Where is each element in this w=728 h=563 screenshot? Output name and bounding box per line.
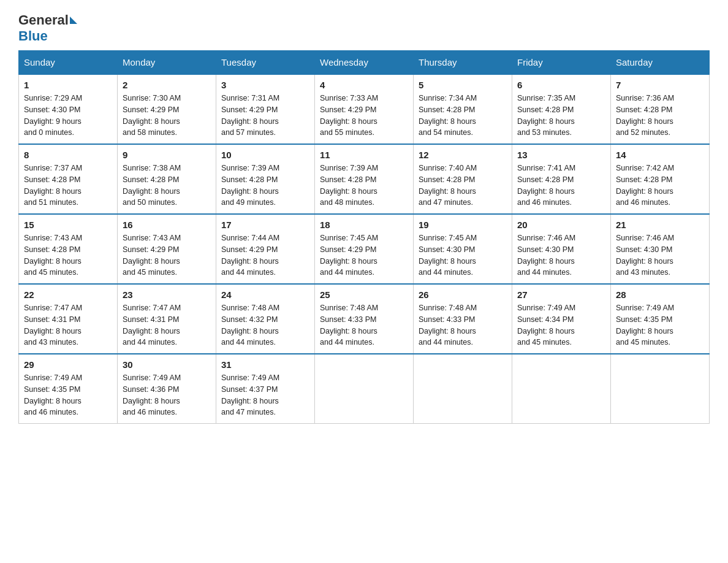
week-row-1: 1 Sunrise: 7:29 AMSunset: 4:30 PMDayligh…: [19, 74, 710, 144]
day-info: Sunrise: 7:45 AMSunset: 4:29 PMDaylight:…: [320, 234, 378, 277]
day-number: 23: [123, 289, 211, 300]
logo: General Blue: [18, 12, 78, 44]
header-day-monday: Monday: [118, 51, 216, 75]
day-number: 29: [24, 359, 112, 370]
calendar-cell: 15 Sunrise: 7:43 AMSunset: 4:28 PMDaylig…: [19, 214, 118, 284]
day-info: Sunrise: 7:43 AMSunset: 4:29 PMDaylight:…: [123, 234, 181, 277]
calendar-cell: 6 Sunrise: 7:35 AMSunset: 4:28 PMDayligh…: [512, 74, 611, 144]
calendar-cell: 5 Sunrise: 7:34 AMSunset: 4:28 PMDayligh…: [414, 74, 512, 144]
calendar-cell: 22 Sunrise: 7:47 AMSunset: 4:31 PMDaylig…: [19, 284, 118, 354]
day-number: 17: [221, 220, 309, 230]
day-number: 2: [123, 80, 211, 90]
day-info: Sunrise: 7:38 AMSunset: 4:28 PMDaylight:…: [123, 164, 181, 207]
day-number: 26: [419, 289, 507, 300]
day-number: 11: [320, 150, 408, 160]
day-info: Sunrise: 7:33 AMSunset: 4:29 PMDaylight:…: [320, 94, 378, 137]
day-number: 1: [24, 80, 112, 90]
day-info: Sunrise: 7:46 AMSunset: 4:30 PMDaylight:…: [517, 234, 575, 277]
day-number: 21: [616, 220, 704, 230]
calendar-cell: 21 Sunrise: 7:46 AMSunset: 4:30 PMDaylig…: [611, 214, 710, 284]
calendar-cell: 10 Sunrise: 7:39 AMSunset: 4:28 PMDaylig…: [216, 144, 315, 214]
day-info: Sunrise: 7:39 AMSunset: 4:28 PMDaylight:…: [221, 164, 279, 207]
day-number: 6: [517, 80, 605, 90]
calendar-cell: 1 Sunrise: 7:29 AMSunset: 4:30 PMDayligh…: [19, 74, 118, 144]
day-number: 5: [419, 80, 507, 90]
day-number: 12: [419, 150, 507, 160]
day-number: 24: [221, 289, 309, 300]
day-number: 4: [320, 80, 408, 90]
day-info: Sunrise: 7:37 AMSunset: 4:28 PMDaylight:…: [24, 164, 82, 207]
day-info: Sunrise: 7:49 AMSunset: 4:35 PMDaylight:…: [616, 304, 674, 347]
logo-blue-text: Blue: [18, 28, 48, 44]
day-info: Sunrise: 7:36 AMSunset: 4:28 PMDaylight:…: [616, 94, 674, 137]
header-day-saturday: Saturday: [611, 51, 710, 75]
calendar-cell: 24 Sunrise: 7:48 AMSunset: 4:32 PMDaylig…: [216, 284, 315, 354]
day-number: 28: [616, 289, 704, 300]
day-info: Sunrise: 7:35 AMSunset: 4:28 PMDaylight:…: [517, 94, 575, 137]
calendar-body: 1 Sunrise: 7:29 AMSunset: 4:30 PMDayligh…: [19, 74, 710, 424]
day-number: 14: [616, 150, 704, 160]
calendar-cell: [414, 354, 512, 424]
day-number: 27: [517, 289, 605, 300]
calendar-cell: 23 Sunrise: 7:47 AMSunset: 4:31 PMDaylig…: [118, 284, 216, 354]
calendar-cell: 12 Sunrise: 7:40 AMSunset: 4:28 PMDaylig…: [414, 144, 512, 214]
day-info: Sunrise: 7:48 AMSunset: 4:33 PMDaylight:…: [320, 304, 378, 347]
calendar-cell: 18 Sunrise: 7:45 AMSunset: 4:29 PMDaylig…: [315, 214, 414, 284]
header-day-wednesday: Wednesday: [315, 51, 414, 75]
header-day-tuesday: Tuesday: [216, 51, 315, 75]
day-info: Sunrise: 7:49 AMSunset: 4:35 PMDaylight:…: [24, 373, 82, 416]
calendar-table: SundayMondayTuesdayWednesdayThursdayFrid…: [18, 50, 710, 424]
day-number: 22: [24, 289, 112, 300]
day-number: 30: [123, 359, 211, 370]
day-info: Sunrise: 7:34 AMSunset: 4:28 PMDaylight:…: [419, 94, 477, 137]
week-row-5: 29 Sunrise: 7:49 AMSunset: 4:35 PMDaylig…: [19, 354, 710, 424]
day-info: Sunrise: 7:45 AMSunset: 4:30 PMDaylight:…: [419, 234, 477, 277]
calendar-cell: [512, 354, 611, 424]
day-number: 8: [24, 150, 112, 160]
day-info: Sunrise: 7:41 AMSunset: 4:28 PMDaylight:…: [517, 164, 575, 207]
header-day-friday: Friday: [512, 51, 611, 75]
day-number: 16: [123, 220, 211, 230]
day-number: 19: [419, 220, 507, 230]
calendar-cell: 27 Sunrise: 7:49 AMSunset: 4:34 PMDaylig…: [512, 284, 611, 354]
calendar-cell: 9 Sunrise: 7:38 AMSunset: 4:28 PMDayligh…: [118, 144, 216, 214]
logo-general-text: General: [18, 12, 69, 28]
header: General Blue: [18, 12, 710, 44]
day-info: Sunrise: 7:48 AMSunset: 4:33 PMDaylight:…: [419, 304, 477, 347]
calendar-cell: 30 Sunrise: 7:49 AMSunset: 4:36 PMDaylig…: [118, 354, 216, 424]
day-number: 15: [24, 220, 112, 230]
calendar-cell: 11 Sunrise: 7:39 AMSunset: 4:28 PMDaylig…: [315, 144, 414, 214]
header-row: SundayMondayTuesdayWednesdayThursdayFrid…: [19, 51, 710, 75]
day-number: 3: [221, 80, 309, 90]
calendar-cell: 28 Sunrise: 7:49 AMSunset: 4:35 PMDaylig…: [611, 284, 710, 354]
day-info: Sunrise: 7:31 AMSunset: 4:29 PMDaylight:…: [221, 94, 279, 137]
day-info: Sunrise: 7:43 AMSunset: 4:28 PMDaylight:…: [24, 234, 82, 277]
day-info: Sunrise: 7:48 AMSunset: 4:32 PMDaylight:…: [221, 304, 279, 347]
logo-triangle-icon: [70, 17, 77, 24]
day-info: Sunrise: 7:49 AMSunset: 4:36 PMDaylight:…: [123, 373, 181, 416]
calendar-cell: 4 Sunrise: 7:33 AMSunset: 4:29 PMDayligh…: [315, 74, 414, 144]
header-day-thursday: Thursday: [414, 51, 512, 75]
calendar-cell: 31 Sunrise: 7:49 AMSunset: 4:37 PMDaylig…: [216, 354, 315, 424]
day-number: 20: [517, 220, 605, 230]
calendar-cell: 16 Sunrise: 7:43 AMSunset: 4:29 PMDaylig…: [118, 214, 216, 284]
day-number: 7: [616, 80, 704, 90]
day-number: 9: [123, 150, 211, 160]
day-number: 18: [320, 220, 408, 230]
day-info: Sunrise: 7:40 AMSunset: 4:28 PMDaylight:…: [419, 164, 477, 207]
day-info: Sunrise: 7:44 AMSunset: 4:29 PMDaylight:…: [221, 234, 279, 277]
day-info: Sunrise: 7:47 AMSunset: 4:31 PMDaylight:…: [24, 304, 82, 347]
calendar-cell: 8 Sunrise: 7:37 AMSunset: 4:28 PMDayligh…: [19, 144, 118, 214]
day-info: Sunrise: 7:49 AMSunset: 4:37 PMDaylight:…: [221, 373, 279, 416]
day-number: 31: [221, 359, 309, 370]
calendar-cell: 26 Sunrise: 7:48 AMSunset: 4:33 PMDaylig…: [414, 284, 512, 354]
calendar-cell: 3 Sunrise: 7:31 AMSunset: 4:29 PMDayligh…: [216, 74, 315, 144]
calendar-cell: [315, 354, 414, 424]
calendar-cell: 2 Sunrise: 7:30 AMSunset: 4:29 PMDayligh…: [118, 74, 216, 144]
calendar-cell: 25 Sunrise: 7:48 AMSunset: 4:33 PMDaylig…: [315, 284, 414, 354]
calendar-cell: 14 Sunrise: 7:42 AMSunset: 4:28 PMDaylig…: [611, 144, 710, 214]
day-info: Sunrise: 7:49 AMSunset: 4:34 PMDaylight:…: [517, 304, 575, 347]
day-info: Sunrise: 7:39 AMSunset: 4:28 PMDaylight:…: [320, 164, 378, 207]
calendar-cell: 13 Sunrise: 7:41 AMSunset: 4:28 PMDaylig…: [512, 144, 611, 214]
calendar-cell: 17 Sunrise: 7:44 AMSunset: 4:29 PMDaylig…: [216, 214, 315, 284]
